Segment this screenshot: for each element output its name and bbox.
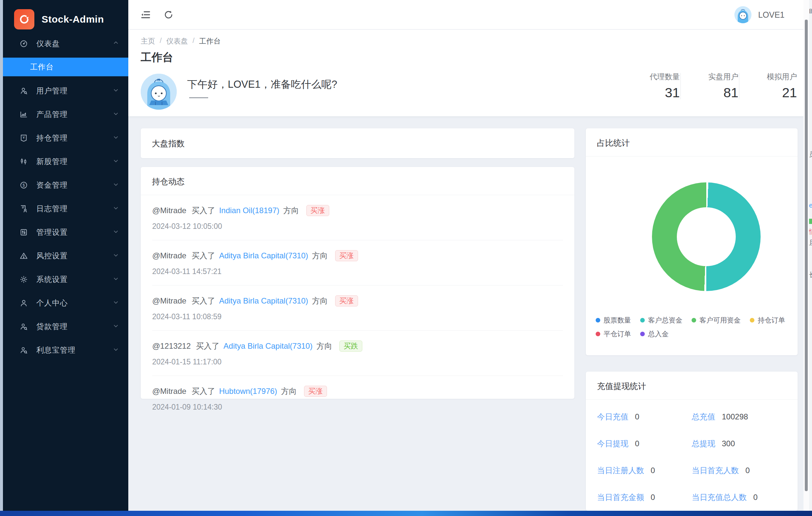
log-management-icon bbox=[19, 204, 28, 213]
feed-action: 买入了 bbox=[192, 296, 215, 306]
sidebar-item-risk-settings[interactable]: 风控设置 bbox=[3, 244, 128, 267]
feed-stock-link[interactable]: Indian Oil(18197) bbox=[219, 206, 279, 215]
legend-item[interactable]: 持仓订单 bbox=[750, 316, 785, 325]
feed-action: 买入了 bbox=[192, 205, 215, 216]
donut-chart[interactable] bbox=[652, 182, 761, 291]
ipo-management-icon bbox=[19, 156, 28, 166]
sidebar-item-funds-management[interactable]: $ 资金管理 bbox=[3, 173, 128, 197]
stat-label: 代理数量 bbox=[622, 72, 680, 82]
feed-direction-label: 方向 bbox=[312, 296, 328, 306]
user-menu[interactable]: LOVE1 bbox=[734, 0, 784, 29]
scrollbar[interactable] bbox=[805, 20, 808, 491]
feed-user: @Mitrade bbox=[152, 251, 186, 260]
product-management-icon bbox=[19, 109, 28, 119]
sidebar-item-label: 个人中心 bbox=[36, 298, 68, 308]
sidebar: Stock-Admin 仪表盘 工作台 用户管理 bbox=[3, 0, 128, 511]
recharge-label-link[interactable]: 今日充值 bbox=[597, 411, 629, 422]
sidebar-item-ipo-management[interactable]: 新股管理 bbox=[3, 150, 128, 173]
funds-management-icon: $ bbox=[19, 180, 28, 190]
feed-item: @1213212 买入了 Aditya Birla Capital(7310) … bbox=[152, 331, 563, 376]
breadcrumb-home[interactable]: 主页 bbox=[141, 36, 155, 46]
sidebar-item-label: 日志管理 bbox=[36, 204, 68, 214]
legend-item[interactable]: 客户可用资金 bbox=[692, 316, 741, 325]
chevron-down-icon bbox=[113, 252, 119, 260]
feed-direction-label: 方向 bbox=[281, 386, 297, 397]
sidebar-item-workbench-active[interactable]: 工作台 bbox=[3, 58, 128, 76]
chevron-up-icon bbox=[113, 39, 119, 48]
breadcrumb-dashboard[interactable]: 仪表盘 bbox=[166, 36, 188, 46]
sidebar-item-user-management[interactable]: 用户管理 bbox=[3, 79, 128, 103]
chevron-down-icon bbox=[113, 346, 119, 354]
chevron-down-icon bbox=[113, 322, 119, 331]
recharge-label-link[interactable]: 当日首充金额 bbox=[597, 492, 644, 503]
recharge-stats-card: 充值提现统计 今日充值 0 总充值 100298 今日提现 0 bbox=[586, 372, 798, 511]
breadcrumb-current: 工作台 bbox=[199, 36, 221, 46]
feed-item: @Mitrade 买入了 Indian Oil(18197) 方向 买涨 202… bbox=[152, 195, 563, 240]
feed-action: 买入了 bbox=[192, 251, 215, 261]
greeting-dash bbox=[189, 97, 208, 98]
position-feed-card: 持仓动态 @Mitrade 买入了 Indian Oil(18197) 方向 买… bbox=[141, 167, 574, 399]
sidebar-item-position-management[interactable]: ¥ 持仓管理 bbox=[3, 126, 128, 150]
sidebar-item-log-management[interactable]: 日志管理 bbox=[3, 197, 128, 220]
recharge-value: 0 bbox=[635, 412, 639, 421]
breadcrumb: 主页 / 仪表盘 / 工作台 bbox=[141, 36, 221, 46]
legend-label: 总入金 bbox=[648, 329, 669, 339]
brand[interactable]: Stock-Admin bbox=[3, 0, 128, 31]
app-logo-icon bbox=[14, 9, 34, 29]
recharge-label-link[interactable]: 当日充值总人数 bbox=[692, 492, 747, 503]
legend-item[interactable]: 总入金 bbox=[640, 329, 669, 339]
recharge-cell: 今日充值 0 bbox=[597, 411, 692, 422]
recharge-value: 0 bbox=[753, 493, 758, 502]
feed-action: 买入了 bbox=[196, 341, 220, 351]
feed-stock-link[interactable]: Aditya Birla Capital(7310) bbox=[219, 296, 308, 306]
background-text-fragment: 时 bbox=[809, 7, 812, 16]
ratio-stats-card: 占比统计 股票数量 客户总资金 客户可用资金 bbox=[586, 128, 798, 355]
chart-legend: 股票数量 客户总资金 客户可用资金 持仓订单 bbox=[596, 316, 789, 339]
recharge-cell: 当日首充金额 0 bbox=[597, 492, 692, 503]
collapse-sidebar-button[interactable] bbox=[139, 8, 152, 22]
sidebar-item-label: 工作台 bbox=[30, 62, 54, 72]
feed-stock-link[interactable]: Hubtown(17976) bbox=[219, 387, 277, 396]
stat-label: 模拟用户 bbox=[740, 72, 797, 82]
sidebar-item-dashboard[interactable]: 仪表盘 bbox=[3, 32, 128, 55]
sidebar-item-label: 管理设置 bbox=[36, 227, 68, 237]
feed-stock-link[interactable]: Aditya Birla Capital(7310) bbox=[224, 342, 313, 351]
admin-settings-icon bbox=[19, 227, 28, 237]
header-stats: 代理数量 31 实盘用户 81 模拟用户 21 bbox=[622, 72, 798, 101]
legend-dot bbox=[596, 318, 600, 322]
sidebar-item-interest-management[interactable]: 利息宝管理 bbox=[3, 338, 128, 362]
recharge-label-link[interactable]: 当日注册人数 bbox=[597, 465, 644, 476]
recharge-stats-title: 充值提现统计 bbox=[586, 372, 798, 399]
sidebar-item-label: 系统设置 bbox=[36, 275, 68, 285]
recharge-label-link[interactable]: 当日首充人数 bbox=[692, 465, 739, 476]
feed-user: @Mitrade bbox=[152, 206, 186, 215]
recharge-label-link[interactable]: 今日提现 bbox=[597, 438, 629, 449]
legend-dot bbox=[692, 318, 696, 322]
legend-item[interactable]: 客户总资金 bbox=[640, 316, 683, 325]
sidebar-item-system-settings[interactable]: 系统设置 bbox=[3, 267, 128, 291]
feed-stock-link[interactable]: Aditya Birla Capital(7310) bbox=[219, 251, 308, 260]
legend-item[interactable]: 平仓订单 bbox=[596, 329, 631, 339]
legend-item[interactable]: 股票数量 bbox=[596, 316, 631, 325]
sidebar-item-admin-settings[interactable]: 管理设置 bbox=[3, 220, 128, 244]
recharge-label-link[interactable]: 总提现 bbox=[692, 438, 716, 449]
recharge-cell: 今日提现 0 bbox=[597, 438, 692, 449]
user-management-icon bbox=[19, 86, 28, 95]
brand-name: Stock-Admin bbox=[41, 14, 104, 25]
stat-real-users: 实盘用户 81 bbox=[681, 72, 739, 101]
legend-dot bbox=[750, 318, 754, 322]
sidebar-item-label: 持仓管理 bbox=[36, 133, 68, 143]
dashboard-icon bbox=[19, 39, 28, 49]
refresh-button[interactable] bbox=[162, 8, 175, 22]
sidebar-item-profile[interactable]: 个人中心 bbox=[3, 291, 128, 315]
sidebar-item-loan-management[interactable]: 贷款管理 bbox=[3, 315, 128, 338]
background-color-fragment bbox=[809, 219, 812, 224]
greeting-avatar bbox=[141, 74, 177, 110]
recharge-label-link[interactable]: 总充值 bbox=[692, 411, 716, 422]
stat-value: 21 bbox=[740, 85, 797, 101]
market-index-card: 大盘指数 bbox=[141, 128, 574, 158]
sidebar-item-product-management[interactable]: 产品管理 bbox=[3, 103, 128, 126]
legend-label: 平仓订单 bbox=[604, 329, 631, 339]
chevron-down-icon bbox=[113, 110, 119, 118]
content-area: 大盘指数 持仓动态 @Mitrade 买入了 Indian Oil(18197)… bbox=[128, 116, 804, 511]
